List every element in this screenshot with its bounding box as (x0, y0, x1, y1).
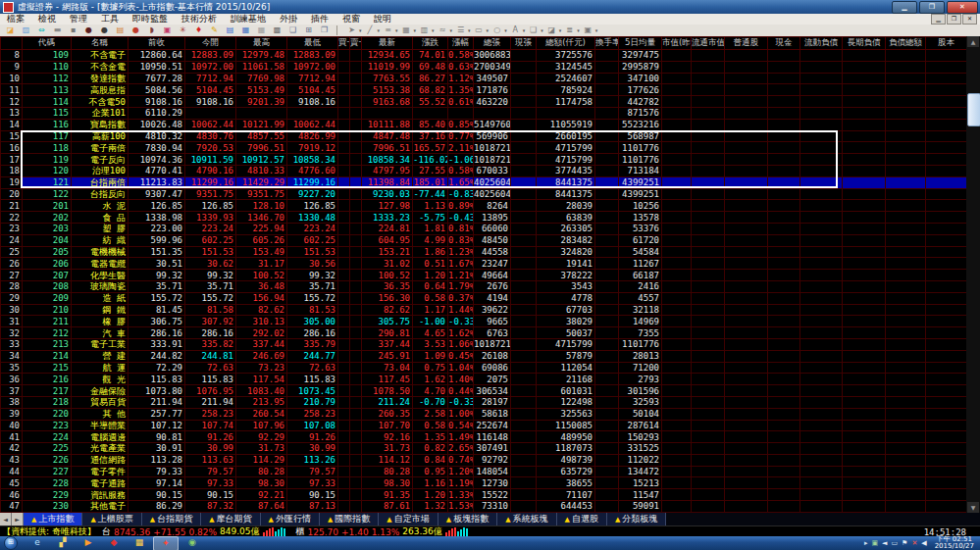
table-row[interactable]: 22202食 品1338.981339.931346.701330.481333… (1, 212, 967, 224)
safely-remove-icon[interactable]: ▸ (864, 539, 868, 547)
channel-tool-icon[interactable]: ▥ (417, 25, 432, 36)
tabs-scroll-left-icon[interactable]: ◄ (0, 513, 12, 525)
clipboard-tool-icon[interactable]: ❏ (526, 25, 541, 36)
tab-摩台期貨[interactable]: ▲摩台期貨 (201, 513, 260, 525)
close-button[interactable]: ✕ (947, 1, 978, 14)
table-row[interactable]: 44227電子零件79.3379.5780.2879.5780.280.951.… (1, 466, 967, 477)
monitor-icon[interactable]: ▣ (160, 25, 175, 36)
table-row[interactable]: 46229資訊服務90.1590.1592.2190.1591.351.201.… (1, 489, 967, 501)
text-tool-icon[interactable]: A (508, 25, 523, 36)
table-row[interactable]: 30210鋼 鐵81.4581.5882.6281.5382.621.171.4… (1, 304, 967, 316)
tab-上市指數[interactable]: ▲上市指數 (24, 513, 82, 525)
orange-book-icon[interactable]: ▤ (113, 25, 128, 36)
tabs-scroll-right-icon[interactable]: ► (12, 513, 24, 525)
image-icon[interactable]: ▨ (19, 25, 33, 36)
table-row[interactable]: 8109不含電子12860.6412883.0912979.4812883.09… (1, 50, 967, 62)
cursor-tool-icon[interactable]: ➤ (344, 25, 359, 36)
list-tool-icon[interactable]: ≣ (562, 25, 577, 36)
table-row[interactable]: 20122台指反向9307.479351.759351.759227.20923… (1, 188, 967, 200)
fit-columns-icon[interactable]: ⇔ (34, 25, 49, 36)
scroll-down-arrow-icon[interactable]: ▼ (967, 502, 979, 513)
record-icon[interactable]: ● (81, 25, 96, 36)
checker-view-icon[interactable]: ▩ (270, 25, 284, 36)
fibonacci-tool-icon[interactable]: ☰ (453, 25, 468, 36)
table-row[interactable]: 19121台指兩倍11213.8311299.1611429.2911299.1… (1, 176, 967, 188)
chrome-icon[interactable]: ◉ (181, 536, 204, 549)
column-header[interactable]: 今開 (185, 37, 236, 50)
mask-icon[interactable]: ◗ (144, 25, 159, 36)
blue-list-icon[interactable]: ▤ (223, 25, 237, 36)
grid-view-icon[interactable]: ▦ (254, 25, 269, 36)
ellipse-tool-icon[interactable]: ○ (490, 25, 504, 36)
start-button[interactable]: ⊞ (4, 536, 18, 550)
launcher-grid-icon[interactable]: ▦ (128, 536, 151, 549)
trendline-tool-icon[interactable]: ╱ (363, 25, 378, 36)
column-header[interactable]: 現張 (511, 37, 537, 50)
column-header[interactable]: 普通股 (725, 37, 768, 50)
tab-板塊指數[interactable]: ▲板塊指數 (438, 513, 497, 525)
table-row[interactable]: 39220其 他257.77258.23260.54258.23260.352.… (1, 408, 967, 420)
table-row[interactable]: 17119電子反向10974.3610911.5910912.5710858.3… (1, 154, 967, 166)
table-row[interactable]: 32212汽 車286.16286.16292.02286.16290.814.… (1, 327, 967, 339)
column-header[interactable]: 漲幅 (448, 37, 474, 50)
table-row[interactable]: 13115企業1016110.29871576 (1, 107, 967, 119)
column-header[interactable]: 漲跌 (413, 37, 448, 50)
column-header[interactable]: 現金 (768, 37, 800, 50)
rectangle-tool-icon[interactable]: ▭ (472, 25, 487, 36)
stop-icon[interactable]: ● (97, 25, 112, 36)
hot-key-icon[interactable]: ● (129, 25, 143, 36)
table-row[interactable]: 43226通信網路113.28113.63114.29113.26114.120… (1, 454, 967, 466)
table-row[interactable]: 12114不含電509108.169108.169201.399108.1691… (1, 96, 967, 108)
mdi-minimize-button[interactable]: ▁ (931, 14, 946, 25)
scrollbar-thumb[interactable] (967, 93, 980, 126)
column-header[interactable]: 前收 (129, 37, 185, 50)
minimize-button[interactable]: ▁ (892, 1, 917, 14)
column-header[interactable]: 買一價 (338, 37, 350, 50)
gear-icon[interactable]: ✳ (176, 25, 190, 36)
tab-系統板塊[interactable]: ▲系統板塊 (497, 513, 556, 525)
table-row[interactable]: 45228電子通路97.1497.3398.3097.3398.301.161.… (1, 477, 967, 489)
table-row[interactable]: 23203塑 膠223.00223.24225.94223.24224.811.… (1, 223, 967, 234)
eraser-tool-icon[interactable]: ◪ (544, 25, 559, 36)
column-header[interactable]: 名稱 (72, 37, 129, 50)
table-row[interactable]: 34214營 建244.82244.81246.69244.77245.911.… (1, 350, 967, 362)
alarm-bell-icon[interactable]: ♦ (191, 25, 206, 36)
explorer-folder-icon[interactable]: ▞ (51, 536, 75, 549)
mdi-close-button[interactable]: ✕ (962, 14, 977, 25)
vertical-scrollbar[interactable]: ▲ ▼ (966, 36, 980, 513)
column-header[interactable]: 流動負債 (800, 37, 843, 50)
column-header[interactable]: 最低 (287, 37, 338, 50)
table-row[interactable]: 21201水 泥126.85126.85128.10126.85127.981.… (1, 200, 967, 212)
table-row[interactable]: 29209造 紙155.72155.72156.94155.72156.300.… (1, 292, 967, 304)
column-header[interactable]: 賣一價 (350, 37, 362, 50)
display-icon[interactable]: ▭ (891, 539, 898, 547)
tab-台指期貨[interactable]: ▲台指期貨 (142, 513, 201, 525)
small-view-icon[interactable]: ▪ (66, 25, 80, 36)
table-row[interactable]: 25205電機機械151.35151.53153.49151.53153.211… (1, 246, 967, 258)
column-header[interactable]: 最新 (362, 37, 413, 50)
table-row[interactable]: 36216觀 光115.83115.83117.54115.83117.451.… (1, 374, 967, 385)
column-header[interactable]: 股本 (926, 37, 967, 50)
column-header[interactable]: 5日均量 (619, 37, 662, 50)
taskbar-clock[interactable]: 下午 02:51 2015/10/27 (935, 536, 974, 550)
column-header[interactable]: 流通市值 (692, 37, 725, 50)
column-header[interactable]: 代碼 (23, 37, 72, 50)
tab-國際指數[interactable]: ▲國際指數 (320, 513, 379, 525)
column-header[interactable]: 換手率(淨值) (595, 37, 619, 50)
table-row[interactable]: 9110不含金電10950.5110972.0011061.5810972.00… (1, 61, 967, 73)
column-header[interactable]: 市值(昨收) (662, 37, 692, 50)
table-row[interactable]: 42225光電產業30.9130.9931.7330.9931.730.822.… (1, 443, 967, 455)
speaker-icon[interactable]: ◀ (921, 539, 926, 547)
update-icon[interactable]: ▣ (871, 539, 878, 547)
table-row[interactable]: 16118電子兩倍7830.947920.537996.517919.12799… (1, 142, 967, 154)
table-row[interactable]: 11113高股息指5084.565104.455153.495104.45515… (1, 84, 967, 96)
action-center-flag-icon[interactable]: ⚑ (902, 539, 907, 547)
scroll-up-arrow-icon[interactable]: ▲ (967, 36, 979, 47)
column-header[interactable] (1, 37, 23, 50)
media-player-icon[interactable]: ▶ (77, 536, 100, 549)
table-row[interactable]: 40223半導體業107.12107.74107.96107.08107.700… (1, 420, 967, 431)
table-row[interactable]: 37217金融保險1073.801076.951083.401073.45107… (1, 385, 967, 397)
tab-自定市場[interactable]: ▲自定市場 (379, 513, 438, 525)
table-row[interactable]: 18120治理1004770.414790.164810.334776.6047… (1, 165, 967, 176)
table-row[interactable]: 26206電器電纜30.5130.6231.1730.5631.020.511.… (1, 258, 967, 270)
